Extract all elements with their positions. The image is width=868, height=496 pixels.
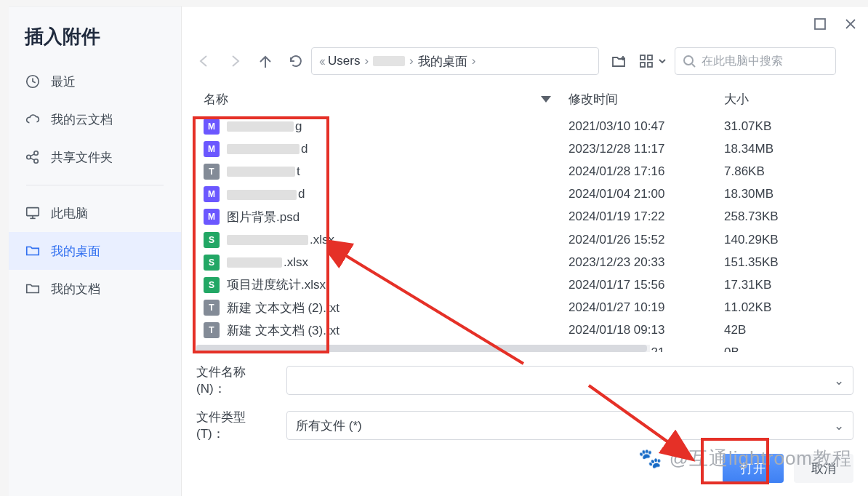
monitor-icon: [25, 205, 41, 221]
window-controls: [813, 17, 858, 31]
chevron-right-icon: ›: [409, 54, 414, 68]
file-type-icon: M: [204, 186, 220, 202]
search-input[interactable]: 在此电脑中搜索: [675, 47, 836, 75]
main-pane: ‹‹ Users › › 我的桌面 › 在此电脑中搜索: [182, 7, 868, 496]
sidebar-item-label: 我的文档: [51, 281, 100, 297]
file-type-select[interactable]: 所有文件 (*) ⌄: [286, 411, 853, 440]
svg-line-4: [31, 154, 35, 156]
file-row[interactable]: Md2023/12/28 11:1718.34MB: [196, 137, 853, 160]
column-name-header[interactable]: 名称: [204, 91, 568, 108]
sidebar-item-label: 共享文件夹: [51, 149, 113, 166]
sidebar-item-我的云文档[interactable]: 我的云文档: [9, 100, 181, 138]
breadcrumb-part-redacted[interactable]: [373, 56, 405, 66]
breadcrumb[interactable]: ‹‹ Users › › 我的桌面 ›: [311, 47, 599, 75]
sidebar: 插入附件 最近我的云文档共享文件夹此电脑我的桌面我的文档: [9, 7, 182, 496]
new-folder-button[interactable]: [606, 49, 631, 73]
file-name-input[interactable]: ⌄: [286, 366, 853, 395]
file-name-cell: 新建 文本文档 (2).txt: [227, 300, 568, 316]
svg-point-1: [27, 155, 31, 159]
file-size-cell: 140.29KB: [724, 233, 853, 247]
file-type-icon: T: [204, 322, 220, 338]
file-modified-cell: 2024/01/18 09:13: [568, 323, 724, 337]
sidebar-item-最近[interactable]: 最近: [9, 63, 181, 100]
search-placeholder: 在此电脑中搜索: [702, 54, 783, 69]
file-row[interactable]: S.xlsx2023/12/23 20:33151.35KB: [196, 251, 853, 273]
file-row[interactable]: S.xlsx2024/01/26 15:52140.29KB: [196, 228, 853, 251]
file-name-cell: 新建 文本文档 (3).txt: [227, 322, 568, 339]
breadcrumb-part-users[interactable]: Users: [328, 54, 360, 68]
svg-rect-18: [648, 63, 652, 67]
sidebar-item-共享文件夹[interactable]: 共享文件夹: [9, 138, 181, 176]
clock-icon: [25, 73, 41, 89]
svg-rect-9: [815, 19, 825, 29]
close-icon[interactable]: [843, 17, 858, 31]
file-name-cell: d: [227, 187, 568, 201]
view-mode-button[interactable]: [638, 53, 667, 69]
svg-rect-15: [640, 55, 645, 60]
file-modified-cell: 2021/03/10 10:47: [568, 119, 724, 134]
column-size-header[interactable]: 大小: [724, 91, 853, 108]
file-name-cell: t: [227, 164, 568, 179]
file-size-cell: 17.31KB: [724, 278, 853, 292]
up-icon[interactable]: [257, 53, 273, 69]
svg-point-2: [34, 151, 39, 156]
breadcrumb-overflow-icon[interactable]: ‹‹: [319, 54, 324, 69]
search-icon: [683, 55, 696, 68]
sidebar-item-label: 此电脑: [51, 205, 88, 222]
maximize-icon[interactable]: [813, 17, 827, 31]
file-size-cell: 42B: [724, 323, 853, 337]
toolbar: ‹‹ Users › › 我的桌面 › 在此电脑中搜索: [182, 7, 868, 85]
file-row[interactable]: Md2024/01/04 21:0018.30MB: [196, 183, 853, 206]
horizontal-scrollbar[interactable]: [196, 345, 650, 352]
dialog-title: 插入附件: [9, 20, 181, 63]
refresh-icon[interactable]: [288, 53, 304, 69]
file-type-icon: T: [204, 300, 220, 316]
paw-icon: 🐾: [638, 447, 662, 470]
file-modified-cell: 2024/01/26 15:52: [568, 233, 724, 247]
file-modified-cell: 2024/01/19 17:22: [568, 209, 724, 224]
svg-rect-17: [640, 63, 645, 67]
sidebar-item-我的桌面[interactable]: 我的桌面: [9, 232, 181, 270]
chevron-right-icon: ›: [472, 54, 476, 68]
file-modified-cell: 2024/01/04 21:00: [568, 187, 724, 201]
back-icon[interactable]: [196, 53, 212, 69]
file-type-icon: M: [204, 119, 220, 135]
file-type-icon: M: [204, 141, 220, 157]
file-row[interactable]: Mg2021/03/10 10:4731.07KB: [196, 115, 853, 137]
file-row[interactable]: Tt2024/01/28 17:167.86KB: [196, 160, 853, 183]
file-name-cell: g: [227, 119, 568, 134]
sidebar-item-label: 我的桌面: [51, 243, 100, 260]
column-modified-header[interactable]: 修改时间: [568, 91, 724, 108]
file-rows: Mg2021/03/10 10:4731.07KBMd2023/12/28 11…: [196, 115, 853, 352]
file-type-icon: T: [204, 164, 220, 180]
folder-icon: [25, 243, 41, 259]
file-size-cell: 11.02KB: [724, 300, 853, 315]
breadcrumb-part-desktop[interactable]: 我的桌面: [418, 53, 467, 70]
file-row[interactable]: S项目进度统计.xlsx2024/01/17 15:5617.31KB: [196, 273, 853, 296]
svg-rect-16: [648, 55, 652, 60]
chevron-down-icon: ⌄: [834, 418, 844, 433]
watermark: 🐾 @互通lightroom教程: [638, 446, 852, 471]
file-list-pane: 名称 修改时间 大小 Mg2021/03/10 10:4731.07KBMd20…: [182, 85, 868, 352]
forward-icon[interactable]: [227, 53, 243, 69]
svg-rect-6: [27, 208, 39, 216]
file-size-cell: 0B: [724, 345, 853, 352]
file-name-cell: d: [227, 142, 568, 156]
column-headers: 名称 修改时间 大小: [196, 85, 853, 115]
sidebar-item-此电脑[interactable]: 此电脑: [9, 194, 181, 232]
file-row[interactable]: T新建 文本文档 (2).txt2024/01/27 10:1911.02KB: [196, 297, 853, 319]
file-size-cell: 31.07KB: [724, 119, 853, 134]
file-type-icon: S: [204, 277, 220, 293]
file-modified-cell: 2024/01/27 10:19: [568, 300, 724, 315]
sidebar-item-我的文档[interactable]: 我的文档: [9, 270, 181, 308]
folder-icon: [25, 281, 41, 297]
file-modified-cell: 2023/12/28 11:17: [568, 142, 724, 156]
file-modified-cell: 2024/01/28 17:16: [568, 164, 724, 179]
bottom-form: 文件名称(N)： ⌄ 文件类型(T)： 所有文件 (*) ⌄: [182, 352, 868, 448]
chevron-down-icon: ⌄: [834, 373, 844, 388]
file-row[interactable]: T新建 文本文档 (3).txt2024/01/18 09:1342B: [196, 319, 853, 342]
file-row[interactable]: M图片背景.psd2024/01/19 17:22258.73KB: [196, 206, 853, 228]
svg-point-3: [34, 159, 39, 164]
file-modified-cell: 2024/01/17 15:56: [568, 278, 724, 292]
file-dialog: 插入附件 最近我的云文档共享文件夹此电脑我的桌面我的文档 ‹‹ Users › …: [9, 6, 868, 496]
